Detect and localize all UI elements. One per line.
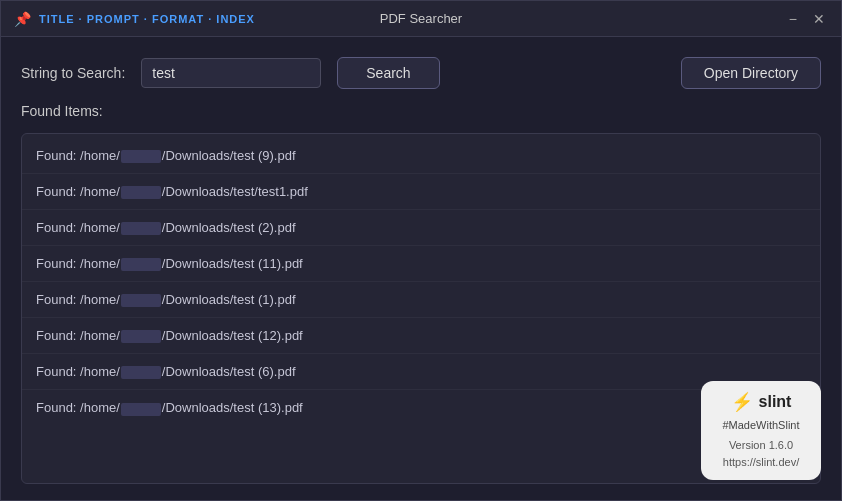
list-item[interactable]: Found: /home/ /Downloads/test (12).pdf bbox=[22, 318, 820, 354]
list-item[interactable]: Found: /home/ /Downloads/test (11).pdf bbox=[22, 246, 820, 282]
list-item[interactable]: Found: /home/ /Downloads/test (2).pdf bbox=[22, 210, 820, 246]
pin-icon: 📌 bbox=[13, 10, 31, 28]
titlebar-left: 📌 TITLE · PROMPT · FORMAT · INDEX bbox=[13, 10, 255, 28]
slint-lightning-icon: ⚡ bbox=[731, 391, 753, 413]
search-label: String to Search: bbox=[21, 65, 125, 81]
main-window: 📌 TITLE · PROMPT · FORMAT · INDEX PDF Se… bbox=[0, 0, 842, 501]
list-item[interactable]: Found: /home/ /Downloads/test (1).pdf bbox=[22, 282, 820, 318]
search-button[interactable]: Search bbox=[337, 57, 439, 89]
found-items-label: Found Items: bbox=[21, 103, 821, 119]
window-title: PDF Searcher bbox=[380, 11, 462, 26]
minimize-button[interactable]: − bbox=[785, 10, 801, 28]
search-row: String to Search: Search Open Directory bbox=[21, 57, 821, 89]
slint-badge: ⚡ slint #MadeWithSlint Version 1.6.0 htt… bbox=[701, 381, 821, 480]
search-input[interactable] bbox=[141, 58, 321, 88]
slint-hashtag: #MadeWithSlint bbox=[722, 419, 799, 431]
titlebar-controls: − ✕ bbox=[785, 10, 829, 28]
slint-version: Version 1.6.0 https://slint.dev/ bbox=[723, 437, 799, 470]
list-item[interactable]: Found: /home/ /Downloads/test/test1.pdf bbox=[22, 174, 820, 210]
titlebar: 📌 TITLE · PROMPT · FORMAT · INDEX PDF Se… bbox=[1, 1, 841, 37]
close-button[interactable]: ✕ bbox=[809, 10, 829, 28]
slint-logo-text: slint bbox=[759, 393, 792, 411]
list-item[interactable]: Found: /home/ /Downloads/test (9).pdf bbox=[22, 138, 820, 174]
titlebar-marquee: TITLE · PROMPT · FORMAT · INDEX bbox=[39, 13, 255, 25]
list-item[interactable]: Found: /home/ /Downloads/test (6).pdf bbox=[22, 354, 820, 390]
slint-logo-row: ⚡ slint bbox=[731, 391, 792, 413]
open-directory-button[interactable]: Open Directory bbox=[681, 57, 821, 89]
